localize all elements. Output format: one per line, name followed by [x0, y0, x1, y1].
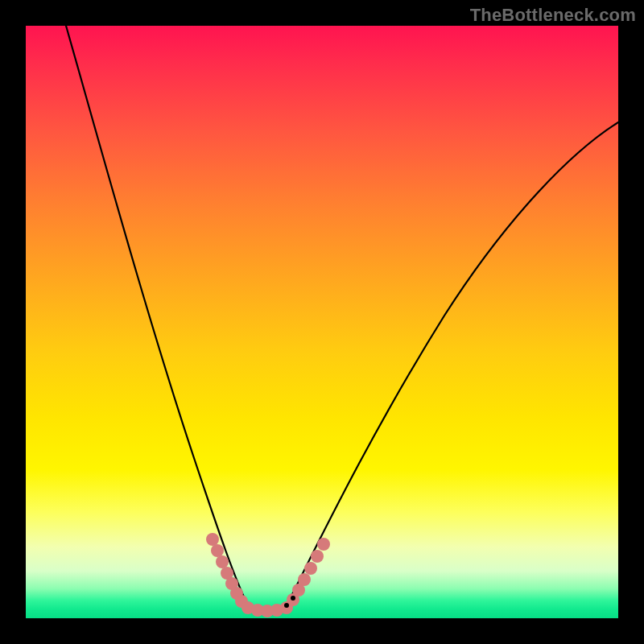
black-dot-1 — [284, 603, 289, 608]
chart-frame: TheBottleneck.com — [0, 0, 644, 644]
svg-point-17 — [317, 538, 330, 551]
pink-marker-left-group — [206, 533, 248, 608]
svg-point-0 — [206, 533, 219, 546]
left-curve-path — [66, 26, 248, 605]
right-curve-path — [287, 122, 618, 605]
watermark-text: TheBottleneck.com — [470, 5, 636, 26]
svg-point-15 — [304, 562, 317, 575]
svg-point-14 — [298, 573, 311, 586]
curve-overlay — [26, 26, 618, 618]
svg-point-1 — [211, 544, 224, 557]
svg-point-2 — [216, 555, 229, 568]
svg-point-16 — [311, 550, 324, 563]
plot-area — [26, 26, 618, 618]
black-dot-2 — [291, 596, 295, 601]
